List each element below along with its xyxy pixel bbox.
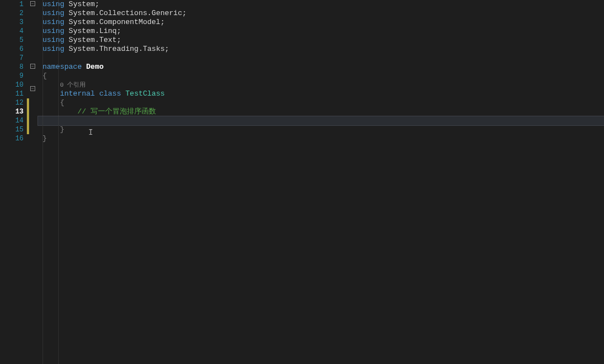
line-number[interactable]: 6	[0, 45, 25, 54]
semicolon: ;	[182, 9, 187, 17]
semicolon: ;	[95, 0, 100, 8]
semicolon: ;	[117, 27, 121, 35]
code-line[interactable]: {	[43, 72, 604, 81]
code-line[interactable]: using System.Linq;	[43, 27, 604, 36]
namespace-ref: System	[69, 0, 95, 8]
keyword-class: class	[99, 89, 121, 98]
line-number[interactable]: 16	[0, 134, 25, 143]
class-name: TestClass	[125, 89, 164, 98]
line-number[interactable]: 1	[0, 0, 25, 9]
comment: // 写一个冒泡排序函数	[77, 107, 155, 116]
code-line[interactable]: using System.ComponentModel;	[43, 18, 604, 27]
brace-open: {	[60, 98, 64, 107]
code-line[interactable]: namespace Demo	[43, 63, 604, 72]
keyword-using: using	[43, 18, 64, 26]
line-number[interactable]: 2	[0, 9, 25, 18]
line-number-current[interactable]: 13	[0, 107, 25, 116]
code-line[interactable]: }	[43, 134, 604, 143]
code-line[interactable]: internal class TestClass	[43, 89, 604, 98]
namespace-name: Demo	[86, 63, 103, 71]
fold-toggle[interactable]: −	[30, 64, 35, 69]
fold-toggle[interactable]: −	[30, 1, 35, 6]
code-text-area[interactable]: using System; using System.Collections.G…	[38, 0, 604, 364]
namespace-ref: Threading	[99, 45, 138, 53]
code-line[interactable]	[43, 54, 604, 63]
dot: .	[147, 9, 152, 17]
namespace-ref: System	[69, 9, 95, 17]
namespace-ref: Generic	[152, 9, 182, 17]
keyword-namespace: namespace	[43, 63, 82, 71]
code-line[interactable]: }	[43, 125, 604, 134]
line-number[interactable]: 3	[0, 18, 25, 27]
line-number[interactable]: 8	[0, 63, 25, 72]
semicolon: ;	[161, 18, 165, 26]
code-line[interactable]: using System.Text;	[43, 36, 604, 45]
code-line[interactable]: {	[43, 98, 604, 107]
semicolon: ;	[117, 36, 121, 44]
fold-toggle[interactable]: −	[30, 86, 35, 91]
line-number[interactable]: 14	[0, 116, 25, 125]
indent-guide	[43, 0, 43, 364]
namespace-ref: ComponentModel	[99, 18, 160, 26]
keyword-internal: internal	[60, 89, 95, 98]
code-line-current[interactable]	[38, 116, 604, 125]
namespace-ref: System	[69, 45, 95, 53]
line-number[interactable]: 10	[0, 81, 25, 89]
indent-guide	[58, 0, 59, 364]
line-number[interactable]: 5	[0, 36, 25, 45]
code-line[interactable]	[43, 143, 604, 152]
code-editor[interactable]: 1 2 3 4 5 6 7 8 9 10 11 12 13 14 15 16 ✎…	[0, 0, 604, 364]
code-line[interactable]: // 写一个冒泡排序函数	[43, 107, 604, 116]
keyword-using: using	[43, 0, 64, 8]
brace-close: }	[43, 134, 47, 143]
semicolon: ;	[165, 45, 169, 53]
line-number[interactable]: 15	[0, 125, 25, 134]
line-number[interactable]: 7	[0, 54, 25, 63]
namespace-ref: Text	[99, 36, 116, 44]
keyword-using: using	[43, 9, 64, 17]
keyword-using: using	[43, 45, 64, 53]
codelens-references[interactable]: 0 个引用	[60, 82, 86, 88]
code-line[interactable]: using System.Collections.Generic;	[43, 9, 604, 18]
namespace-ref: Tasks	[143, 45, 164, 53]
namespace-ref: Linq	[99, 27, 116, 35]
line-number-gutter: 1 2 3 4 5 6 7 8 9 10 11 12 13 14 15 16	[0, 0, 27, 364]
keyword-using: using	[43, 36, 64, 44]
namespace-ref: System	[69, 18, 95, 26]
fold-column: − − −	[29, 0, 38, 364]
line-number[interactable]: 9	[0, 72, 25, 81]
brace-close: }	[60, 125, 64, 134]
keyword-using: using	[43, 27, 64, 35]
line-number[interactable]: 4	[0, 27, 25, 36]
namespace-ref: System	[69, 27, 95, 35]
line-number[interactable]: 11	[0, 89, 25, 98]
code-line[interactable]: using System;	[43, 0, 604, 9]
code-line[interactable]: 0 个引用	[43, 81, 604, 89]
line-number[interactable]: 12	[0, 98, 25, 107]
code-line[interactable]: using System.Threading.Tasks;	[43, 45, 604, 54]
namespace-ref: Collections	[99, 9, 147, 17]
brace-open: {	[43, 72, 47, 80]
namespace-ref: System	[69, 36, 95, 44]
